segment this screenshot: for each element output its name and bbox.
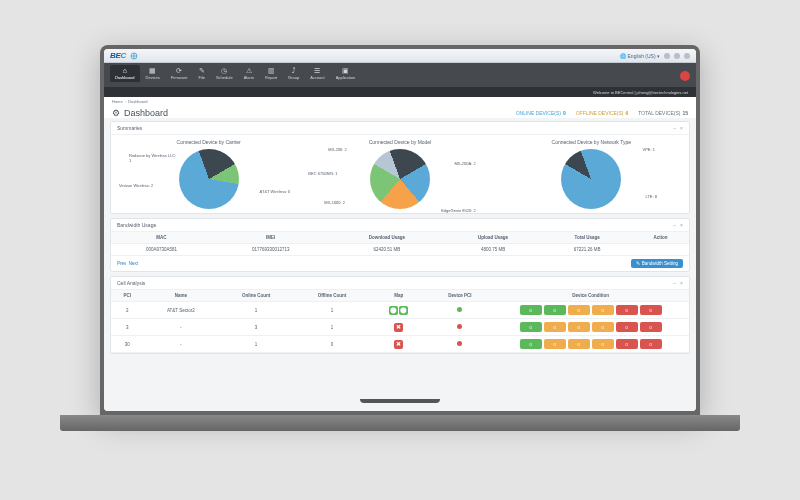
nav-alarm[interactable]: ⚠Alarm bbox=[239, 65, 259, 82]
page-title: Dashboard bbox=[124, 108, 168, 118]
app-icon: ▣ bbox=[342, 67, 349, 74]
breadcrumb-current: Dashboard bbox=[128, 99, 148, 104]
table-header-row: MACIMEIDownload UsageUpload UsageTotal U… bbox=[111, 232, 689, 244]
breadcrumb: Home›Dashboard bbox=[104, 97, 696, 106]
nav-schedule[interactable]: ◷Schedule bbox=[211, 65, 238, 82]
laptop-base bbox=[60, 415, 740, 431]
close-icon[interactable]: × bbox=[680, 222, 683, 228]
pager: Prev Next ✎ Bandwidth Setting bbox=[111, 256, 689, 271]
pie-label: BEC 6750MG: 1 bbox=[308, 171, 337, 176]
main-nav: ⌂Dashboard ▦Devices ⟳Firmware ✎File ◷Sch… bbox=[104, 63, 696, 87]
online-count: ONLINE DEVICE(S) 9 bbox=[516, 110, 566, 116]
file-icon: ✎ bbox=[199, 67, 205, 74]
lang-selector[interactable]: 🌐 English (US) ▾ bbox=[620, 53, 660, 59]
pie-network bbox=[561, 149, 621, 209]
collapse-icon[interactable]: – bbox=[673, 125, 676, 131]
window-control[interactable] bbox=[674, 53, 680, 59]
content-area: Summaries –× Connected Device by Carrier… bbox=[104, 118, 696, 411]
chart-model: Connected Device by Model MX-200: 2 MX-2… bbox=[304, 139, 495, 209]
bandwidth-panel: Bandwidth Usage –× MACIMEIDownload Usage… bbox=[110, 218, 690, 272]
chart-carrier: Connected Device by Carrier Verizon Wire… bbox=[113, 139, 304, 209]
panel-title: Cell Analysis bbox=[117, 280, 145, 286]
device-counts: ONLINE DEVICE(S) 9 OFFLINE DEVICE(S) 6 T… bbox=[516, 110, 688, 116]
clock-icon: ◷ bbox=[221, 67, 227, 74]
nav-file[interactable]: ✎File bbox=[193, 65, 209, 82]
laptop-mockup: BEC 🌐 English (US) ▾ ⌂Dashboard ▦Devices… bbox=[80, 45, 720, 445]
pie-label: Verizon Wireless: 2 bbox=[119, 183, 153, 188]
page-header: ⚙Dashboard ONLINE DEVICE(S) 9 OFFLINE DE… bbox=[104, 106, 696, 118]
charts-row: Connected Device by Carrier Verizon Wire… bbox=[111, 135, 689, 213]
report-icon: ▥ bbox=[268, 67, 275, 74]
account-icon: ☰ bbox=[314, 67, 320, 74]
pie-carrier bbox=[179, 149, 239, 209]
window-control[interactable] bbox=[684, 53, 690, 59]
collapse-icon[interactable]: – bbox=[673, 280, 676, 286]
nav-group[interactable]: ⤴Group bbox=[283, 65, 304, 82]
brand-logo: BEC bbox=[110, 51, 126, 60]
avatar[interactable] bbox=[680, 71, 690, 81]
pie-label: Redzone by Wireless LLC: 1 bbox=[129, 153, 179, 163]
chart-network: Connected Device by Network Type VPE: 1 … bbox=[496, 139, 687, 209]
next-link[interactable]: Next bbox=[129, 261, 138, 266]
nav-application[interactable]: ▣Application bbox=[331, 65, 361, 82]
nav-devices[interactable]: ▦Devices bbox=[141, 65, 165, 82]
close-icon[interactable]: × bbox=[680, 125, 683, 131]
pie-label: AT&T Wireless: 6 bbox=[260, 189, 291, 194]
nav-report[interactable]: ▥Report bbox=[260, 65, 282, 82]
window-control[interactable] bbox=[664, 53, 670, 59]
cell-table: PCINameOnline CountOffline CountMapDevic… bbox=[111, 290, 689, 353]
gear-icon: ⚙ bbox=[112, 108, 120, 118]
bandwidth-table: MACIMEIDownload UsageUpload UsageTotal U… bbox=[111, 232, 689, 256]
home-icon: ⌂ bbox=[123, 67, 127, 74]
table-row[interactable]: 2AT&T Sector211⬤ ⬤000000 bbox=[111, 302, 689, 319]
pie-label: MX-1000: 2 bbox=[324, 200, 345, 205]
breadcrumb-home[interactable]: Home bbox=[112, 99, 123, 104]
nav-firmware[interactable]: ⟳Firmware bbox=[166, 65, 193, 82]
bandwidth-setting-button[interactable]: ✎ Bandwidth Setting bbox=[631, 259, 683, 268]
pie-label: MX-200: 2 bbox=[328, 147, 346, 152]
summaries-panel: Summaries –× Connected Device by Carrier… bbox=[110, 121, 690, 214]
pie-label: VPE: 1 bbox=[643, 147, 655, 152]
alarm-icon: ⚠ bbox=[246, 67, 252, 74]
panel-title: Summaries bbox=[117, 125, 142, 131]
table-row[interactable]: 30-10✖000000 bbox=[111, 336, 689, 353]
cell-analysis-panel: Cell Analysis –× PCINameOnline CountOffl… bbox=[110, 276, 690, 354]
nav-dashboard[interactable]: ⌂Dashboard bbox=[110, 65, 140, 82]
panel-title: Bandwidth Usage bbox=[117, 222, 156, 228]
app-window: BEC 🌐 English (US) ▾ ⌂Dashboard ▦Devices… bbox=[104, 49, 696, 411]
table-row[interactable]: 000A9730A58101776933001271362420.51 MB48… bbox=[111, 244, 689, 256]
offline-count: OFFLINE DEVICE(S) 6 bbox=[576, 110, 629, 116]
globe-icon bbox=[130, 52, 138, 60]
close-icon[interactable]: × bbox=[680, 280, 683, 286]
refresh-icon: ⟳ bbox=[176, 67, 182, 74]
titlebar-right: 🌐 English (US) ▾ bbox=[620, 53, 690, 59]
welcome-bar: Welcome to BECentral | jzheng@bectechnol… bbox=[104, 87, 696, 97]
total-count: TOTAL DEVICE(S) 15 bbox=[638, 110, 688, 116]
prev-link[interactable]: Prev bbox=[117, 261, 126, 266]
table-header-row: PCINameOnline CountOffline CountMapDevic… bbox=[111, 290, 689, 302]
screen-bezel: BEC 🌐 English (US) ▾ ⌂Dashboard ▦Devices… bbox=[100, 45, 700, 415]
share-icon: ⤴ bbox=[292, 67, 296, 74]
pie-label: LTE: 8 bbox=[645, 194, 657, 199]
titlebar: BEC 🌐 English (US) ▾ bbox=[104, 49, 696, 63]
pie-label: MX-200A: 2 bbox=[455, 161, 476, 166]
grid-icon: ▦ bbox=[149, 67, 156, 74]
nav-account[interactable]: ☰Account bbox=[305, 65, 329, 82]
table-row[interactable]: 3-31✖000000 bbox=[111, 319, 689, 336]
pie-model bbox=[370, 149, 430, 209]
collapse-icon[interactable]: – bbox=[673, 222, 676, 228]
pie-label: EdgeGenie 8920: 2 bbox=[441, 208, 475, 213]
